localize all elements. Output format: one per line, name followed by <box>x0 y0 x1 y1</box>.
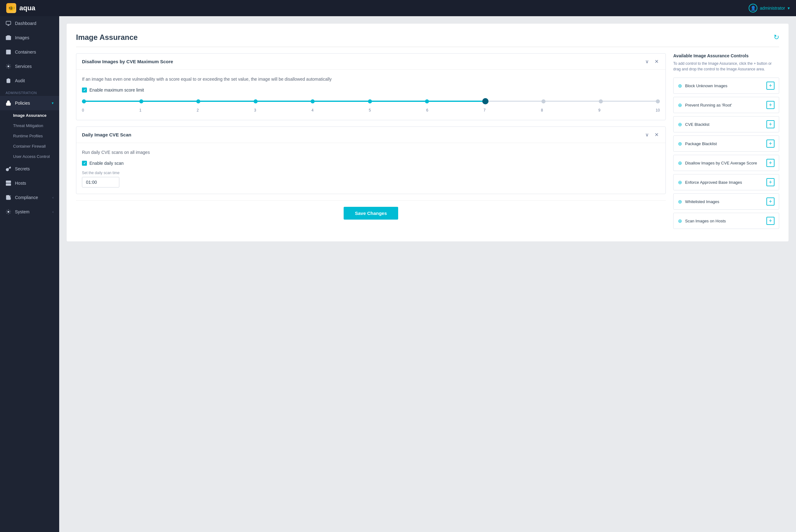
sidebar-item-container-firewall[interactable]: Container Firewall <box>0 141 59 151</box>
svg-rect-0 <box>6 21 11 25</box>
sidebar-item-services[interactable]: Services <box>0 59 59 74</box>
chevron-down-icon: ▾ <box>52 101 54 105</box>
sidebar-item-runtime-profiles[interactable]: Runtime Profiles <box>0 131 59 141</box>
slider-row <box>82 97 660 105</box>
add-enforce-base-button[interactable]: + <box>766 178 775 186</box>
slider-dot-10 <box>656 99 660 103</box>
control-item-cve-blacklist[interactable]: ⊕ CVE Blacklist + <box>673 116 779 132</box>
add-block-unknown-button[interactable]: + <box>766 82 775 90</box>
sidebar-item-hosts[interactable]: Hosts <box>0 176 59 190</box>
add-disallow-avg-button[interactable]: + <box>766 159 775 167</box>
panel1-body: If an image has even one vulnerability w… <box>76 70 665 120</box>
panel1-close-button[interactable]: ✕ <box>653 58 660 65</box>
slider-labels: 0 1 2 3 4 5 6 7 8 9 <box>82 108 660 112</box>
slider-label-10: 10 <box>656 108 660 112</box>
sidebar-item-threat-mitigation[interactable]: Threat Mitigation <box>0 120 59 131</box>
control-name-whitelisted: Whitelisted Images <box>685 200 719 204</box>
control-item-prevent-root[interactable]: ⊕ Prevent Running as 'Root' + <box>673 97 779 113</box>
content-layout: Disallow Images by CVE Maximum Score ∨ ✕… <box>76 53 779 232</box>
main-content: Image Assurance ↻ Disallow Images by CVE… <box>59 16 796 532</box>
sidebar-item-compliance[interactable]: Compliance ‹ <box>0 190 59 205</box>
control-item-scan-hosts[interactable]: ⊕ Scan Images on Hosts + <box>673 213 779 229</box>
add-scan-hosts-button[interactable]: + <box>766 217 775 225</box>
refresh-icon[interactable]: ↻ <box>774 33 779 41</box>
control-item-block-unknown[interactable]: ⊕ Block Unknown Images + <box>673 78 779 94</box>
drag-icon: ⊕ <box>678 141 682 147</box>
panel1-collapse-button[interactable]: ∨ <box>644 58 650 65</box>
control-left: ⊕ CVE Blacklist <box>678 121 709 127</box>
images-icon <box>6 35 11 40</box>
panel2-description: Run daily CVE scans on all images <box>82 149 660 156</box>
secrets-icon <box>6 166 11 172</box>
policies-label: Policies <box>15 101 30 106</box>
admin-section-label: Administration <box>0 88 59 96</box>
user-label: administrator <box>760 6 785 11</box>
add-prevent-root-button[interactable]: + <box>766 101 775 109</box>
panel-cve-max-score: Disallow Images by CVE Maximum Score ∨ ✕… <box>76 53 666 120</box>
containers-icon <box>6 49 11 55</box>
add-cve-blacklist-button[interactable]: + <box>766 120 775 128</box>
slider-dot-1 <box>139 99 143 103</box>
sidebar-item-label: System <box>15 209 30 214</box>
content-card: Image Assurance ↻ Disallow Images by CVE… <box>67 24 789 241</box>
control-name-scan-hosts: Scan Images on Hosts <box>685 218 726 223</box>
compliance-icon <box>6 195 11 200</box>
sidebar-item-system[interactable]: System ‹ <box>0 205 59 219</box>
slider-dot-6 <box>425 99 429 103</box>
sidebar-item-label: Dashboard <box>15 21 36 26</box>
lock-icon <box>6 100 11 106</box>
control-name-prevent-root: Prevent Running as 'Root' <box>685 103 732 108</box>
sidebar-item-user-access-control[interactable]: User Access Control <box>0 151 59 162</box>
chevron-left-icon2: ‹ <box>52 210 54 214</box>
user-avatar-icon: 👤 <box>748 4 757 13</box>
time-input[interactable] <box>82 177 119 188</box>
slider-dot-7 <box>482 98 489 104</box>
drag-icon: ⊕ <box>678 83 682 89</box>
control-item-disallow-avg[interactable]: ⊕ Disallow Images by CVE Average Score + <box>673 155 779 171</box>
slider-label-1: 1 <box>139 108 141 112</box>
control-name-package-blacklist: Package Blacklist <box>685 141 717 146</box>
sidebar-item-label: Services <box>15 64 32 69</box>
control-item-enforce-base[interactable]: ⊕ Enforce Approved Base Images + <box>673 174 779 190</box>
logo-icon: 🐠 <box>6 3 16 13</box>
enable-max-score-checkbox[interactable] <box>82 88 87 93</box>
sidebar-item-dashboard[interactable]: Dashboard <box>0 16 59 31</box>
score-slider[interactable]: 0 1 2 3 4 5 6 7 8 9 <box>82 97 660 112</box>
control-left: ⊕ Block Unknown Images <box>678 83 727 89</box>
sidebar-item-audit[interactable]: Audit <box>0 74 59 88</box>
drag-icon: ⊕ <box>678 121 682 127</box>
svg-point-8 <box>7 184 7 185</box>
add-whitelisted-button[interactable]: + <box>766 197 775 206</box>
sidebar-item-secrets[interactable]: Secrets <box>0 162 59 176</box>
control-name-enforce-base: Enforce Approved Base Images <box>685 180 742 185</box>
slider-label-9: 9 <box>598 108 600 112</box>
user-menu[interactable]: 👤 administrator ▾ <box>748 4 790 13</box>
panels-area: Disallow Images by CVE Maximum Score ∨ ✕… <box>76 53 666 232</box>
sidebar-item-label: Images <box>15 35 29 40</box>
panel2-close-button[interactable]: ✕ <box>653 131 660 138</box>
monitor-icon <box>6 21 11 26</box>
panel2-title: Daily Image CVE Scan <box>82 132 131 137</box>
sidebar-item-containers[interactable]: Containers <box>0 45 59 59</box>
hosts-icon <box>6 180 11 186</box>
page-title: Image Assurance <box>76 33 138 42</box>
control-item-package-blacklist[interactable]: ⊕ Package Blacklist + <box>673 135 779 152</box>
sidebar-item-image-assurance[interactable]: Image Assurance <box>0 110 59 120</box>
slider-dot-2 <box>196 99 200 103</box>
slider-label-5: 5 <box>369 108 371 112</box>
sidebar-item-policies[interactable]: Policies ▾ <box>0 96 59 110</box>
control-item-whitelisted[interactable]: ⊕ Whitelisted Images + <box>673 193 779 210</box>
save-changes-button[interactable]: Save Changes <box>344 207 398 220</box>
panel2-collapse-button[interactable]: ∨ <box>644 131 650 138</box>
enable-daily-scan-checkbox[interactable] <box>82 161 87 166</box>
control-left: ⊕ Prevent Running as 'Root' <box>678 102 732 108</box>
logo-text: aqua <box>19 4 35 12</box>
sidebar-item-images[interactable]: Images <box>0 31 59 45</box>
add-package-blacklist-button[interactable]: + <box>766 139 775 148</box>
sidebar-item-label: Secrets <box>15 166 30 171</box>
control-name-cve-blacklist: CVE Blacklist <box>685 122 709 127</box>
controls-sidebar: Available Image Assurance Controls To ad… <box>673 53 779 232</box>
slider-dot-5 <box>368 99 372 103</box>
control-name-disallow-avg: Disallow Images by CVE Average Score <box>685 161 757 165</box>
controls-title: Available Image Assurance Controls <box>673 53 779 58</box>
